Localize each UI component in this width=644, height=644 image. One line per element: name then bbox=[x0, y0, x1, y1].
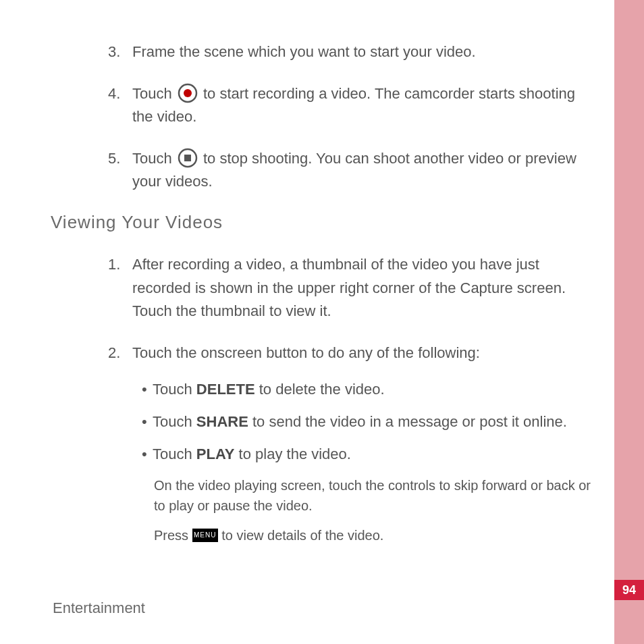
step-text: Frame the scene which you want to start … bbox=[132, 43, 476, 60]
step-text: Touch the onscreen button to do any of t… bbox=[132, 344, 480, 361]
viewing-step-2: 2. Touch the onscreen button to do any o… bbox=[108, 342, 597, 545]
page-number-badge: 94 bbox=[614, 580, 644, 600]
step-4: 4. Touch to start recording a video. The… bbox=[108, 82, 597, 128]
bullet-bold: SHARE bbox=[196, 413, 248, 430]
bullet-before: Touch bbox=[153, 413, 196, 430]
sidebar-stripe bbox=[614, 0, 644, 644]
stop-icon bbox=[178, 148, 198, 168]
viewing-step-1: 1. After recording a video, a thumbnail … bbox=[108, 253, 597, 322]
top-steps-list: 3. Frame the scene which you want to sta… bbox=[108, 41, 597, 193]
step-text-before: Touch bbox=[132, 85, 176, 102]
step-number: 2. bbox=[108, 342, 120, 365]
section-heading: Viewing Your Videos bbox=[51, 212, 597, 233]
bullet-before: Touch bbox=[153, 446, 196, 462]
step-text-after: to start recording a video. The camcorde… bbox=[132, 85, 575, 125]
step-text: After recording a video, a thumbnail of … bbox=[132, 256, 566, 319]
step-number: 4. bbox=[108, 82, 120, 105]
note-playback: On the video playing screen, touch the c… bbox=[154, 475, 597, 516]
note-after: to view details of the video. bbox=[221, 528, 383, 543]
note-menu: Press MENU to view details of the video. bbox=[154, 525, 597, 545]
bullet-before: Touch bbox=[153, 381, 196, 398]
note-before: Press bbox=[154, 528, 192, 543]
svg-point-1 bbox=[184, 89, 192, 97]
svg-rect-3 bbox=[184, 155, 191, 161]
bullet-bold: DELETE bbox=[196, 381, 255, 398]
bullet-play: Touch PLAY to play the video. bbox=[142, 443, 597, 466]
bullet-share: Touch SHARE to send the video in a messa… bbox=[142, 410, 597, 433]
page-content: 3. Frame the scene which you want to sta… bbox=[51, 41, 597, 564]
viewing-steps-list: 1. After recording a video, a thumbnail … bbox=[108, 253, 597, 545]
footer-section-label: Entertainment bbox=[53, 599, 145, 617]
action-bullets: Touch DELETE to delete the video. Touch … bbox=[142, 378, 597, 466]
menu-icon: MENU bbox=[192, 529, 218, 542]
step-text-after: to stop shooting. You can shoot another … bbox=[132, 150, 576, 190]
bullet-bold: PLAY bbox=[196, 446, 235, 462]
step-number: 5. bbox=[108, 147, 120, 170]
bullet-delete: Touch DELETE to delete the video. bbox=[142, 378, 597, 401]
step-5: 5. Touch to stop shooting. You can shoot… bbox=[108, 147, 597, 193]
bullet-after: to send the video in a message or post i… bbox=[248, 413, 567, 430]
step-number: 3. bbox=[108, 41, 120, 63]
bullet-after: to play the video. bbox=[234, 446, 350, 462]
step-3: 3. Frame the scene which you want to sta… bbox=[108, 41, 597, 63]
record-icon bbox=[178, 83, 198, 103]
step-number: 1. bbox=[108, 253, 120, 276]
bullet-after: to delete the video. bbox=[255, 381, 385, 398]
step-text-before: Touch bbox=[132, 150, 176, 167]
